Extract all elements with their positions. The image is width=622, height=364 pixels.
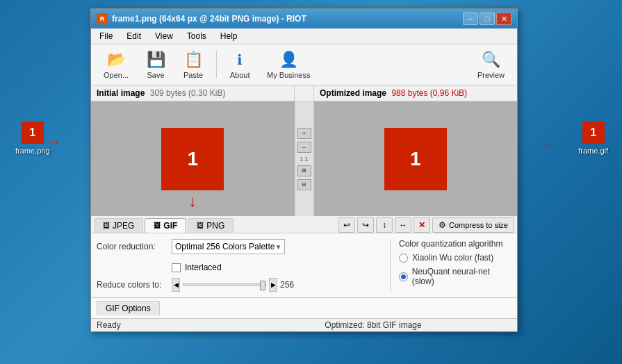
open-label: Open... — [104, 71, 129, 79]
frame-gif-label: frame.gif — [578, 147, 608, 155]
initial-panel-size: 309 bytes (0,30 KiB) — [150, 88, 226, 98]
jpeg-tab-icon: 🖼 — [103, 222, 110, 229]
select-arrow-icon: ▼ — [275, 243, 281, 251]
gif-options-tab[interactable]: GIF Options — [97, 301, 160, 315]
color-reduction-select[interactable]: Optimal 256 Colors Palette ▼ — [172, 239, 285, 254]
gif-tab-icon: 🖼 — [154, 222, 161, 229]
minimize-button[interactable]: ─ — [463, 13, 478, 25]
about-button[interactable]: ℹ About — [222, 47, 257, 82]
desktop-icon-frame-gif[interactable]: 1 frame.gif — [578, 122, 608, 155]
preview-button[interactable]: 🔍 Preview — [470, 47, 511, 82]
ratio-label: 1:1 — [300, 156, 309, 163]
status-right: Optimized: 8bit GIF image — [235, 320, 511, 330]
frame-gif-thumbnail: 1 — [582, 122, 605, 144]
reduce-colors-label: Reduce colors to: — [97, 280, 166, 290]
png-tab-icon: 🖼 — [197, 222, 204, 229]
slider-left-button[interactable]: ◀ — [172, 278, 180, 292]
title-controls: ─ □ ✕ — [463, 13, 511, 25]
reduce-colors-row: Reduce colors to: ◀ ▶ 256 — [97, 278, 379, 292]
cancel-button[interactable]: ✕ — [414, 217, 430, 233]
neuquant-radio[interactable] — [399, 272, 408, 281]
menu-edit[interactable]: Edit — [121, 30, 147, 42]
flip-v-button[interactable]: ↕ — [376, 217, 393, 233]
color-reduction-row: Color reduction: Optimal 256 Colors Pale… — [97, 239, 379, 254]
initial-panel-label: Initial image — [97, 88, 145, 98]
preview-label: Preview — [477, 71, 505, 79]
close-button[interactable]: ✕ — [496, 13, 511, 25]
panels-header: Initial image 309 bytes (0,30 KiB) Optim… — [91, 85, 517, 101]
xiaolin-radio[interactable] — [399, 254, 408, 263]
zoom-out-btn[interactable]: − — [297, 142, 311, 153]
quantization-title: Color quantization algorithm — [399, 239, 511, 249]
neuquant-option[interactable]: NeuQuant neural-net (slow) — [399, 267, 511, 286]
about-label: About — [230, 71, 250, 79]
interlaced-row: Interlaced — [97, 263, 379, 272]
status-left: Ready — [97, 320, 235, 330]
tabs-toolbar: ↩ ↪ ↕ ↔ ✕ ⚙ Compress to size — [338, 217, 514, 233]
slider-right-button[interactable]: ▶ — [269, 278, 277, 292]
undo-button[interactable]: ↩ — [338, 217, 355, 233]
menu-help[interactable]: Help — [215, 30, 243, 42]
menu-file[interactable]: File — [94, 30, 118, 42]
flip-h-button[interactable]: ↔ — [395, 217, 411, 233]
fit-btn[interactable]: ⊞ — [297, 165, 311, 176]
open-button[interactable]: 📂 Open... — [97, 47, 136, 82]
zoom-in-btn[interactable]: + — [297, 128, 311, 139]
status-bar: Ready Optimized: 8bit GIF image — [91, 318, 517, 331]
format-tabs: 🖼 JPEG 🖼 GIF 🖼 PNG — [94, 218, 234, 233]
optimized-image-content: 1 — [384, 128, 447, 190]
neuquant-label: NeuQuant neural-net (slow) — [412, 267, 511, 286]
desktop-icon-frame-png[interactable]: 1 frame.png — [15, 122, 50, 155]
tab-jpeg[interactable]: 🖼 JPEG — [94, 218, 143, 233]
main-window: R frame1.png (64x64 px @ 24bit PNG image… — [90, 8, 518, 332]
maximize-button[interactable]: □ — [480, 13, 495, 25]
actual-size-btn[interactable]: ⊟ — [297, 179, 311, 190]
gif-options-right: Color quantization algorithm Xiaolin Wu … — [390, 239, 511, 292]
save-label: Save — [147, 71, 165, 79]
about-icon: ℹ — [230, 50, 249, 69]
reduce-colors-slider-container: ◀ ▶ 256 — [172, 278, 301, 292]
interlaced-option: Interlaced — [172, 263, 222, 272]
options-panel: Color reduction: Optimal 256 Colors Pale… — [91, 233, 517, 297]
xiaolin-label: Xiaolin Wu color (fast) — [412, 253, 493, 263]
tab-png[interactable]: 🖼 PNG — [188, 218, 234, 233]
redo-button[interactable]: ↪ — [357, 217, 374, 233]
frame-png-label: frame.png — [15, 147, 50, 155]
initial-panel-header: Initial image 309 bytes (0,30 KiB) — [91, 85, 295, 101]
xiaolin-option[interactable]: Xiaolin Wu color (fast) — [399, 253, 511, 263]
optimized-panel-size: 988 bytes (0,96 KiB) — [391, 88, 467, 98]
gif-options-tab-area: GIF Options — [91, 297, 517, 318]
menu-view[interactable]: View — [149, 30, 179, 42]
frame-png-number: 1 — [29, 126, 35, 139]
compress-to-size-button[interactable]: ⚙ Compress to size — [432, 217, 514, 233]
initial-image-panel: 1 ↓ — [91, 101, 295, 216]
my-business-button[interactable]: 👤 My Business — [260, 47, 317, 82]
left-arrow-icon: → — [47, 134, 61, 150]
gif-options-tab-label: GIF Options — [106, 304, 151, 313]
slider-value: 256 — [280, 280, 301, 290]
compress-label: Compress to size — [449, 221, 508, 229]
frame-gif-number: 1 — [590, 126, 596, 139]
paste-icon: 📋 — [183, 50, 203, 69]
title-bar-left: R frame1.png (64x64 px @ 24bit PNG image… — [97, 13, 306, 24]
tab-gif[interactable]: 🖼 GIF — [145, 218, 186, 233]
save-icon: 💾 — [146, 50, 165, 69]
title-bar: R frame1.png (64x64 px @ 24bit PNG image… — [91, 9, 517, 28]
interlaced-checkbox[interactable] — [172, 263, 181, 272]
toolbar-separator-1 — [216, 51, 217, 78]
paste-button[interactable]: 📋 Paste — [176, 47, 211, 82]
window-title: frame1.png (64x64 px @ 24bit PNG image) … — [112, 14, 306, 24]
app-icon: R — [97, 13, 108, 24]
toolbar: 📂 Open... 💾 Save 📋 Paste ℹ About 👤 My Bu… — [91, 44, 517, 85]
header-divider — [295, 85, 314, 101]
my-business-label: My Business — [267, 71, 310, 79]
interlaced-label: Interlaced — [185, 263, 222, 272]
optimized-panel-label: Optimized image — [320, 88, 386, 98]
menu-tools[interactable]: Tools — [181, 30, 212, 42]
save-button[interactable]: 💾 Save — [138, 47, 173, 82]
optimized-panel-header: Optimized image 988 bytes (0,96 KiB) — [314, 85, 517, 101]
color-reduction-label: Color reduction: — [97, 242, 166, 251]
initial-image-content: 1 — [161, 128, 224, 190]
my-business-icon: 👤 — [279, 50, 298, 69]
slider-track[interactable] — [183, 283, 266, 286]
